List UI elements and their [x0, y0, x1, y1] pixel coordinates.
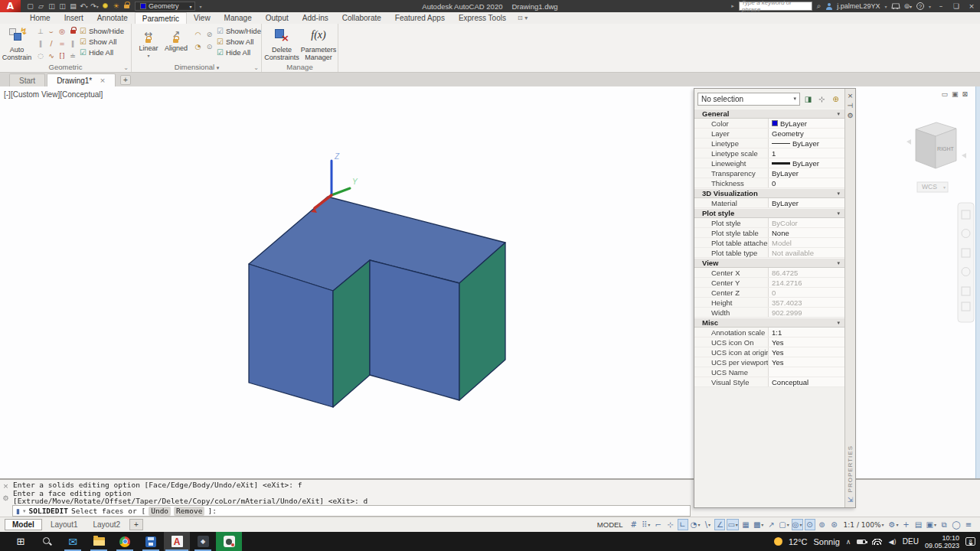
selection-dropdown[interactable]: No selection ▾ [697, 93, 800, 106]
property-section-3d-visualization[interactable]: 3D Visualization▾ [694, 188, 844, 198]
property-row-material[interactable]: MaterialByLayer [694, 198, 844, 208]
horizontal-constraint-icon[interactable]: = [57, 37, 67, 50]
restore-button[interactable]: ❏ [951, 2, 962, 10]
property-row-center-x[interactable]: Center X86.4725 [694, 268, 844, 278]
smooth-constraint-icon[interactable]: ◌ [35, 50, 46, 62]
property-value[interactable] [768, 367, 844, 377]
auto-constrain-button[interactable]: ↯ Auto Constrain [2, 26, 32, 61]
ribbon-tab-view[interactable]: View [187, 12, 217, 24]
property-value[interactable]: Conceptual [768, 377, 844, 386]
property-row-center-y[interactable]: Center Y214.2716 [694, 278, 844, 288]
geometric-hide-all[interactable]: ☑Hide All [80, 48, 124, 57]
navigation-bar[interactable] [958, 203, 974, 322]
property-value[interactable]: Yes [768, 357, 844, 367]
snap-mode-icon[interactable]: ⠿▾ [641, 519, 652, 530]
taskbar-clock[interactable]: 10:10 09.05.2023 [925, 534, 959, 549]
selection-filtering-icon[interactable]: ⊙ [805, 519, 815, 530]
property-value[interactable]: ByLayer [768, 119, 844, 128]
section-collapse-icon[interactable]: ▾ [837, 191, 840, 197]
geometric-dialog-launcher[interactable]: ⌄ [123, 64, 129, 71]
coincident-constraint-icon[interactable]: [] [57, 50, 67, 62]
command-input[interactable]: ▮ ▾ SOLIDEDIT Select faces or [ Undo Rem… [12, 505, 691, 517]
selection-cycling-icon[interactable]: ↗ [766, 519, 776, 530]
property-row-plot-style[interactable]: Plot styleByColor [694, 218, 844, 228]
geometric-panel-label[interactable]: Geometric [0, 63, 131, 71]
3d-object-snap-icon[interactable]: ▢▾ [778, 519, 789, 530]
workspace-switching-icon[interactable]: ⚙▾ [888, 519, 900, 530]
property-row-ucs-icon-at-origin[interactable]: UCS icon at originYes [694, 347, 844, 357]
property-section-general[interactable]: General▾ [694, 109, 844, 119]
weather-sun-icon[interactable] [774, 537, 782, 546]
layout-tab-layout1[interactable]: Layout1 [44, 520, 85, 530]
units-icon[interactable]: ▤ [913, 519, 924, 530]
palette-autohide-icon[interactable]: ⊣ [848, 101, 854, 111]
command-suggest-icon[interactable]: ▮ [16, 507, 20, 515]
autocad-logo-icon[interactable]: A [0, 0, 21, 12]
property-row-ucs-icon-on[interactable]: UCS icon OnYes [694, 337, 844, 347]
taskbar-explorer-app[interactable] [86, 532, 112, 551]
tangent-constraint-icon[interactable]: ⌣ [46, 25, 57, 37]
viewport-controls[interactable]: [-][Custom View][Conceptual] [4, 90, 103, 99]
property-row-ucs-per-viewport[interactable]: UCS per viewportYes [694, 357, 844, 367]
section-collapse-icon[interactable]: ▾ [837, 111, 840, 117]
taskbar-recorder-app[interactable] [216, 532, 242, 551]
diameter-constraint-icon[interactable]: ⊘ [204, 28, 215, 41]
linear-dimension-button[interactable]: ↔ Linear ▾ [136, 26, 161, 60]
convert-constraint-icon[interactable]: ⊙ [204, 41, 215, 53]
grid-icon[interactable]: # [629, 519, 639, 530]
ribbon-tab-add-ins[interactable]: Add-ins [296, 12, 335, 24]
ribbon-options-icon[interactable]: ⊡ ▾ [513, 12, 532, 24]
ribbon-tab-insert[interactable]: Insert [57, 12, 90, 24]
property-row-plot-table-type[interactable]: Plot table typeNot available [694, 248, 844, 258]
transparency-icon[interactable]: ▩▾ [753, 519, 764, 530]
minimize-button[interactable]: – [936, 2, 946, 10]
action-center-icon[interactable]: 8 [965, 537, 975, 546]
drawing-restore-icon[interactable]: ▣ [952, 90, 959, 98]
plot-icon[interactable]: ▤ [68, 0, 78, 12]
dynamic-input-icon[interactable]: ⊹ [665, 519, 676, 530]
section-collapse-icon[interactable]: ▾ [837, 320, 840, 326]
property-row-center-z[interactable]: Center Z0 [694, 288, 844, 298]
geometric-show-all[interactable]: ☑Show All [80, 37, 124, 46]
angular-constraint-icon[interactable]: ◠ [192, 28, 204, 41]
property-value[interactable]: Yes [768, 337, 844, 347]
app-store-icon[interactable] [891, 3, 899, 9]
search-icon[interactable]: ⌕ [817, 2, 822, 11]
property-value[interactable]: 0 [768, 178, 844, 187]
search-input[interactable]: Type a keyword or phrase [739, 2, 812, 11]
property-section-plot-style[interactable]: Plot style▾ [694, 208, 844, 218]
fix-constraint-icon[interactable] [67, 25, 78, 37]
solid-model[interactable] [249, 197, 505, 407]
ribbon-tab-express-tools[interactable]: Express Tools [452, 12, 513, 24]
graphics-performance-icon[interactable]: ◯ [951, 519, 962, 530]
battery-icon[interactable] [857, 540, 866, 544]
tray-expand-icon[interactable]: ∧ [846, 538, 851, 546]
taskbar-autocad-app[interactable]: A [164, 532, 190, 551]
taskbar-chrome-app[interactable] [112, 532, 138, 551]
lock-ui-icon[interactable]: ⧉ [939, 519, 949, 530]
help-icon[interactable]: ? [916, 2, 924, 10]
aligned-dimension-button[interactable]: ↗ Aligned [162, 26, 190, 52]
property-value[interactable]: Yes [768, 347, 844, 357]
property-row-ucs-name[interactable]: UCS Name [694, 367, 844, 377]
file-tab-start[interactable]: Start [9, 73, 45, 86]
command-option-remove[interactable]: Remove [174, 507, 204, 516]
annotation-monitor-icon[interactable]: + [901, 519, 912, 530]
property-value[interactable]: Geometry [768, 129, 844, 138]
polar-tracking-icon[interactable]: ◔▾ [690, 519, 701, 530]
section-collapse-icon[interactable]: ▾ [837, 260, 840, 266]
layer-lock-icon[interactable] [122, 0, 132, 12]
infer-constraints-icon[interactable]: ⌐ [653, 519, 664, 530]
property-row-plot-style-table[interactable]: Plot style tableNone [694, 228, 844, 238]
equal-constraint-icon[interactable]: ≐ [67, 50, 78, 62]
parallel-constraint-icon[interactable]: ∥ [35, 37, 46, 50]
layer-on-icon[interactable] [100, 0, 110, 12]
property-row-linetype[interactable]: LinetypeByLayer [694, 139, 844, 148]
command-option-undo[interactable]: Undo [149, 507, 171, 516]
property-row-width[interactable]: Width902.2999 [694, 308, 844, 318]
dimensional-show-hide[interactable]: ☑Show/Hide [217, 27, 261, 35]
property-value[interactable]: None [768, 228, 844, 237]
property-value[interactable]: ByLayer [768, 198, 844, 207]
viewcube[interactable]: RIGHT WCS ▾ [906, 122, 966, 192]
property-value[interactable]: 1 [768, 148, 844, 158]
